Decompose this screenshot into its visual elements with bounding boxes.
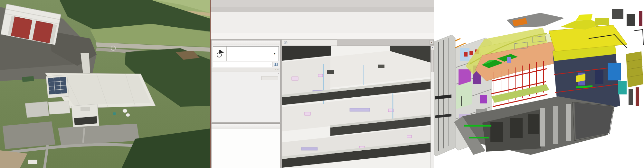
scrollbar-thumb[interactable] [431, 50, 434, 72]
project-browser-header [212, 124, 280, 128]
properties-panel: ▾ ⌄ ⌃ ⌃ [211, 40, 280, 122]
solar-array [48, 77, 67, 94]
scroll-up-icon[interactable]: ▲ [431, 46, 434, 49]
type-select-dropdown[interactable]: ⌄ [213, 62, 272, 67]
graphics-section-header[interactable]: ⌃ ⌃ [212, 68, 280, 72]
view-3d-box-icon [284, 41, 288, 45]
workspace: ▾ ⌄ ⌃ ⌃ [211, 39, 434, 168]
steel-detailing-view [282, 46, 431, 168]
scroll-down-icon[interactable]: ⌄ [212, 72, 280, 75]
type-selector-text [227, 47, 274, 61]
left-panels: ▾ ⌄ ⌃ ⌃ [211, 39, 281, 168]
options-bar [211, 33, 434, 39]
project-browser-panel [211, 123, 280, 168]
type-selector[interactable]: ▾ [213, 46, 279, 61]
view-tab-bar: ▼ [282, 39, 434, 46]
vertical-scrollbar[interactable]: ▲ [431, 46, 434, 168]
collapse-icon[interactable]: ⌃ ⌃ [274, 69, 280, 71]
ribbon-group-labels [211, 28, 434, 33]
chevron-down-icon[interactable]: ▾ [274, 47, 279, 61]
title-bar [211, 0, 434, 7]
chevron-down-icon: ⌄ [270, 63, 271, 66]
ribbon [211, 12, 434, 28]
drawing-canvas[interactable]: ▲ [282, 46, 434, 168]
aerial-photo [0, 0, 210, 168]
screenshot-root: ▾ ⌄ ⌃ ⌃ [0, 0, 644, 168]
type-select-row: ⌄ [213, 62, 279, 67]
properties-footer [212, 76, 280, 80]
edit-type-icon [274, 63, 278, 66]
edit-type-button[interactable] [273, 62, 279, 67]
tab-options-icon[interactable]: ▼ [430, 40, 434, 45]
apply-button[interactable] [261, 76, 278, 80]
view-tab[interactable] [282, 39, 337, 46]
view-area: ▼ [282, 39, 434, 168]
section-type-icon [213, 47, 227, 61]
project-browser-tree [212, 128, 280, 168]
revit-window: ▾ ⌄ ⌃ ⌃ [210, 0, 434, 168]
properties-header [212, 40, 280, 45]
bim-model-render [434, 0, 644, 168]
ribbon-tab-bar [211, 7, 434, 12]
